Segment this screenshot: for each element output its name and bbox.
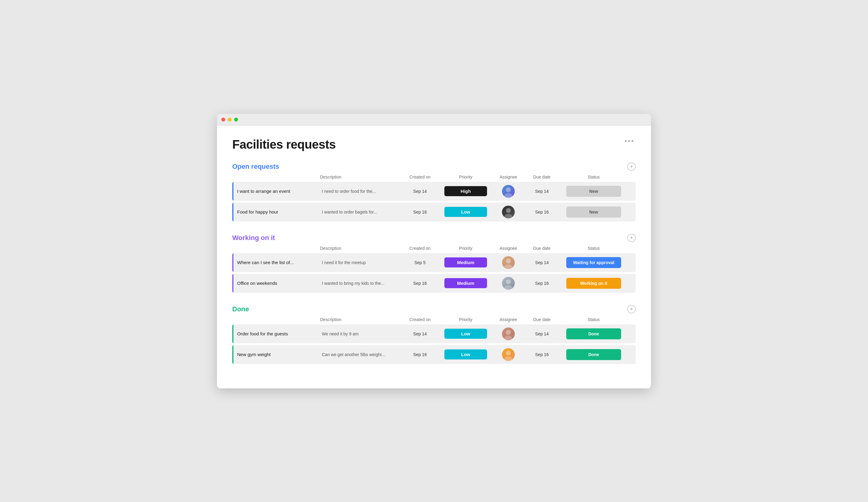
add-request-button-working[interactable]: + <box>627 234 636 242</box>
status-badge: Done <box>566 349 621 360</box>
svg-point-0 <box>506 187 511 192</box>
row-extra-cell <box>627 352 636 358</box>
table-row[interactable]: Where can I see the list of...I need it … <box>232 253 636 272</box>
table-row[interactable]: Order food for the guestsWe need it by 9… <box>232 324 636 343</box>
avatar <box>502 327 515 340</box>
table-header-open: DescriptionCreated onPriorityAssigneeDue… <box>232 175 636 182</box>
row-description: I wanted to bring my kids to the... <box>318 278 402 289</box>
col-header-0-4: Assignee <box>493 175 524 179</box>
row-accent-bar <box>232 182 234 201</box>
svg-point-6 <box>506 279 511 284</box>
row-assignee-cell <box>493 345 524 364</box>
page-title: Facilities requests <box>232 138 336 151</box>
row-accent-bar <box>232 324 234 343</box>
section-header-open: Open requests+ <box>232 163 636 171</box>
svg-point-9 <box>504 336 512 340</box>
more-dot-1 <box>625 140 627 142</box>
row-due-date: Sep 14 <box>524 186 560 197</box>
table-row[interactable]: Office on weekendsI wanted to bring my k… <box>232 274 636 293</box>
avatar <box>502 256 515 269</box>
row-assignee-cell <box>493 253 524 272</box>
row-status-cell: Waiting for approval <box>560 254 627 271</box>
table-row[interactable]: Food for happy hourI wanted to order bag… <box>232 202 636 221</box>
row-name: Office on weekends <box>232 278 318 289</box>
row-name: I want to arrange an event <box>232 186 318 197</box>
row-accent-bar <box>232 202 234 221</box>
status-badge: Done <box>566 328 621 339</box>
avatar <box>502 185 515 198</box>
row-priority-cell: Low <box>438 326 493 342</box>
row-due-date: Sep 16 <box>524 278 560 289</box>
svg-point-8 <box>506 330 511 335</box>
table-row[interactable]: I want to arrange an eventI need to orde… <box>232 182 636 201</box>
add-request-button-open[interactable]: + <box>627 163 636 171</box>
row-extra-cell <box>627 209 636 215</box>
svg-point-2 <box>506 208 511 213</box>
status-badge: Working on it <box>566 278 621 289</box>
row-due-date: Sep 16 <box>524 207 560 218</box>
row-due-date: Sep 14 <box>524 257 560 268</box>
row-created-date: Sep 5 <box>402 257 438 268</box>
avatar <box>502 348 515 361</box>
maximize-button[interactable] <box>234 117 238 122</box>
page-header: Facilities requests <box>232 138 636 151</box>
avatar <box>502 206 515 218</box>
col-header-1-6: Status <box>560 246 627 251</box>
row-assignee-cell <box>493 182 524 201</box>
section-title-open: Open requests <box>232 163 279 170</box>
col-header-1-5: Due date <box>524 246 560 251</box>
priority-badge: Medium <box>444 278 487 288</box>
col-header-1-1: Description <box>320 246 402 251</box>
row-assignee-cell <box>493 202 524 221</box>
row-status-cell: New <box>560 203 627 221</box>
col-header-1-3: Priority <box>438 246 493 251</box>
svg-point-7 <box>504 285 512 290</box>
main-content: Facilities requests Open requests+Descri… <box>217 125 651 388</box>
row-name: Food for happy hour <box>232 206 318 218</box>
more-dot-2 <box>628 140 630 142</box>
svg-point-5 <box>504 264 512 269</box>
col-header-0-6: Status <box>560 175 627 179</box>
col-header-1-4: Assignee <box>493 246 524 251</box>
row-name: Order food for the guests <box>232 328 318 339</box>
section-header-done: Done+ <box>232 305 636 313</box>
row-name: Where can I see the list of... <box>232 257 318 268</box>
priority-badge: Medium <box>444 258 487 268</box>
row-created-date: Sep 16 <box>402 278 438 289</box>
col-header-0-1: Description <box>320 175 402 179</box>
row-priority-cell: Medium <box>438 275 493 291</box>
minimize-button[interactable] <box>228 117 231 122</box>
row-extra-cell <box>627 188 636 194</box>
row-priority-cell: Low <box>438 346 493 363</box>
section-title-done: Done <box>232 305 249 313</box>
section-open: Open requests+DescriptionCreated onPrior… <box>232 163 636 221</box>
section-done: Done+DescriptionCreated onPriorityAssign… <box>232 305 636 364</box>
add-request-button-done[interactable]: + <box>627 305 636 313</box>
priority-badge: Low <box>444 329 487 339</box>
priority-badge: High <box>444 186 487 196</box>
more-menu-button[interactable] <box>622 138 636 144</box>
table-header-working: DescriptionCreated onPriorityAssigneeDue… <box>232 246 636 253</box>
row-accent-bar <box>232 253 234 272</box>
row-priority-cell: Low <box>438 204 493 220</box>
row-description: I need to order food for the... <box>318 186 402 197</box>
status-badge: Waiting for approval <box>566 257 621 268</box>
table-row[interactable]: New gym weightCan we get another 5lbs we… <box>232 345 636 364</box>
svg-point-3 <box>504 214 512 218</box>
row-created-date: Sep 16 <box>402 349 438 360</box>
section-working: Working on it+DescriptionCreated onPrior… <box>232 234 636 293</box>
section-header-working: Working on it+ <box>232 234 636 242</box>
col-header-2-1: Description <box>320 317 402 322</box>
close-button[interactable] <box>221 117 225 122</box>
row-created-date: Sep 16 <box>402 207 438 218</box>
row-due-date: Sep 16 <box>524 349 560 360</box>
svg-point-4 <box>506 259 511 263</box>
row-priority-cell: Medium <box>438 254 493 271</box>
more-dot-3 <box>631 140 633 142</box>
row-extra-cell <box>627 331 636 337</box>
svg-point-1 <box>504 193 512 198</box>
avatar <box>502 277 515 290</box>
col-header-2-2: Created on <box>402 317 438 322</box>
row-extra-cell <box>627 280 636 286</box>
priority-badge: Low <box>444 207 487 217</box>
